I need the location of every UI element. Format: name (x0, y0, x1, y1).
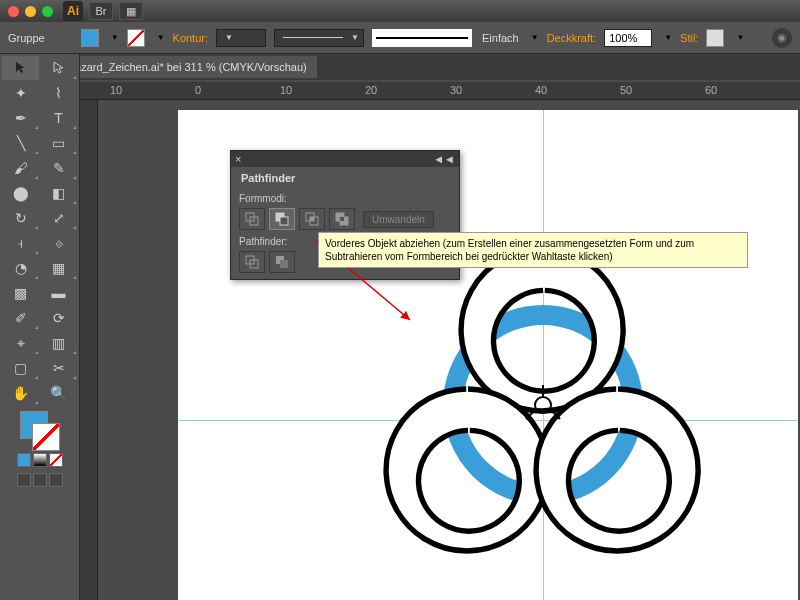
intersect-button[interactable] (299, 208, 325, 230)
fill-swatch[interactable] (81, 29, 99, 47)
opacity-dropdown-arrow[interactable]: ▼ (664, 33, 672, 42)
eyedropper-tool[interactable]: ✐ (2, 306, 39, 330)
graph-tool[interactable]: ▥ (40, 331, 77, 355)
color-mode-gradient[interactable] (33, 453, 47, 467)
style-swatch[interactable] (706, 29, 724, 47)
stil-label: Stil: (680, 32, 698, 44)
horizontal-ruler: 10 0 10 20 30 40 50 60 (80, 82, 800, 100)
zoom-tool[interactable]: 🔍 (40, 381, 77, 405)
document-tabs: × Biohazard_Zeichen.ai* bei 311 % (CMYK/… (0, 54, 800, 80)
symbol-sprayer-tool[interactable]: ⌖ (2, 331, 39, 355)
trim-button[interactable] (269, 251, 295, 273)
minimize-window[interactable] (25, 6, 36, 17)
slice-tool[interactable]: ✂ (40, 356, 77, 380)
stroke-dropdown-arrow[interactable]: ▼ (157, 33, 165, 42)
screen-mode-full[interactable] (33, 473, 47, 487)
blend-tool[interactable]: ⟳ (40, 306, 77, 330)
brush-dropdown-arrow[interactable]: ▼ (531, 33, 539, 42)
direct-selection-tool[interactable] (40, 56, 77, 80)
stroke-color[interactable] (32, 423, 60, 451)
shape-builder-tool[interactable]: ◔ (2, 256, 39, 280)
selection-tool[interactable] (2, 56, 39, 80)
screen-mode-presentation[interactable] (49, 473, 63, 487)
paintbrush-tool[interactable]: 🖌 (2, 156, 39, 180)
type-tool[interactable]: T (40, 106, 77, 130)
line-tool[interactable]: ╲ (2, 131, 39, 155)
gradient-tool[interactable]: ▬ (40, 281, 77, 305)
svg-rect-10 (310, 217, 314, 221)
width-tool[interactable]: ⫞ (2, 231, 39, 255)
group-label: Gruppe (8, 32, 45, 44)
collapse-panel-icon[interactable]: ◄◄ (433, 153, 455, 165)
app-icon: Ai (63, 1, 83, 21)
tooltip: Vorderes Objekt abziehen (zum Erstellen … (318, 232, 748, 268)
brush-preview[interactable] (372, 29, 472, 47)
einfach-label: Einfach (482, 32, 519, 44)
svg-rect-13 (340, 217, 344, 221)
stroke-swatch[interactable] (127, 29, 145, 47)
pen-tool[interactable]: ✒ (2, 106, 39, 130)
mesh-tool[interactable]: ▩ (2, 281, 39, 305)
scale-tool[interactable]: ⤢ (40, 206, 77, 230)
panel-header[interactable]: × ◄◄ (231, 151, 459, 167)
panel-tab-title[interactable]: Pathfinder (233, 169, 303, 187)
blob-brush-tool[interactable]: ⬤ (2, 181, 39, 205)
kontur-label: Kontur: (173, 32, 208, 44)
stroke-weight-dropdown[interactable]: ▼ (216, 29, 266, 47)
lasso-tool[interactable]: ⌇ (40, 81, 77, 105)
layout-button[interactable]: ▦ (119, 2, 143, 20)
exclude-button[interactable] (329, 208, 355, 230)
screen-mode-normal[interactable] (17, 473, 31, 487)
svg-line-3 (550, 409, 560, 419)
color-mode-none[interactable] (49, 453, 63, 467)
eraser-tool[interactable]: ◧ (40, 181, 77, 205)
magic-wand-tool[interactable]: ✦ (2, 81, 39, 105)
opacity-input[interactable]: 100% (604, 29, 652, 47)
maximize-window[interactable] (42, 6, 53, 17)
fill-stroke-controls (0, 407, 79, 491)
close-window[interactable] (8, 6, 19, 17)
close-panel-icon[interactable]: × (235, 153, 241, 165)
center-symbol (523, 385, 563, 425)
stroke-profile-dropdown[interactable]: ▼ (274, 29, 364, 47)
umwandeln-button[interactable]: Umwandeln (363, 211, 434, 228)
window-controls (8, 6, 53, 17)
vertical-ruler (80, 100, 98, 600)
free-transform-tool[interactable]: ⟐ (40, 231, 77, 255)
rectangle-tool[interactable]: ▭ (40, 131, 77, 155)
svg-rect-17 (280, 260, 288, 268)
unite-button[interactable] (239, 208, 265, 230)
fill-dropdown-arrow[interactable]: ▼ (111, 33, 119, 42)
divide-button[interactable] (239, 251, 265, 273)
bridge-button[interactable]: Br (89, 2, 113, 20)
tab-title: Biohazard_Zeichen.ai* bei 311 % (CMYK/Vo… (53, 61, 307, 73)
titlebar: Ai Br ▦ (0, 0, 800, 22)
style-dropdown-arrow[interactable]: ▼ (736, 33, 744, 42)
tool-panel: ✦ ⌇ ✒ T ╲ ▭ 🖌 ✎ ⬤ ◧ ↻ ⤢ ⫞ ⟐ ◔ ▦ ▩ ▬ ✐ ⟳ … (0, 54, 80, 600)
svg-point-0 (535, 397, 551, 413)
hand-tool[interactable]: ✋ (2, 381, 39, 405)
color-mode-color[interactable] (17, 453, 31, 467)
artboard-tool[interactable]: ▢ (2, 356, 39, 380)
perspective-tool[interactable]: ▦ (40, 256, 77, 280)
deckkraft-label: Deckkraft: (547, 32, 597, 44)
rotate-tool[interactable]: ↻ (2, 206, 39, 230)
svg-line-2 (526, 409, 536, 419)
formmodi-label: Formmodi: (239, 193, 451, 204)
recolor-button[interactable]: ◉ (772, 28, 792, 48)
minus-front-button[interactable] (269, 208, 295, 230)
pencil-tool[interactable]: ✎ (40, 156, 77, 180)
control-bar: Gruppe ▼ ▼ Kontur: ▼ ▼ Einfach ▼ Deckkra… (0, 22, 800, 54)
svg-rect-7 (280, 217, 288, 225)
